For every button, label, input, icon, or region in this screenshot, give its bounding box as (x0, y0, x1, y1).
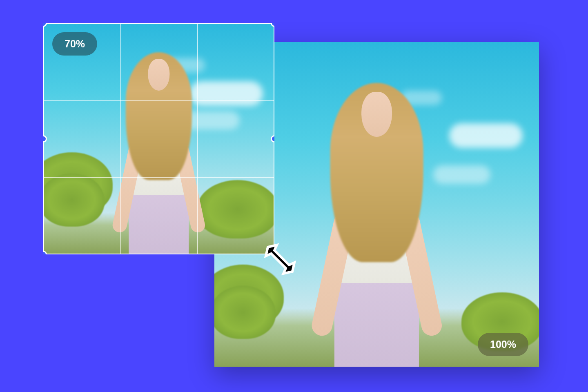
resize-diagonal-icon (260, 239, 301, 280)
zoom-level-text: 70% (65, 38, 85, 49)
zoom-level-badge: 70% (52, 32, 97, 56)
zoom-level-badge: 100% (478, 333, 528, 356)
photo-subject (292, 68, 461, 367)
palm-tree-decoration (214, 265, 284, 367)
small-image-crop[interactable]: 70% (43, 23, 274, 254)
photo-subject (99, 42, 219, 254)
zoom-level-text: 100% (490, 339, 516, 350)
